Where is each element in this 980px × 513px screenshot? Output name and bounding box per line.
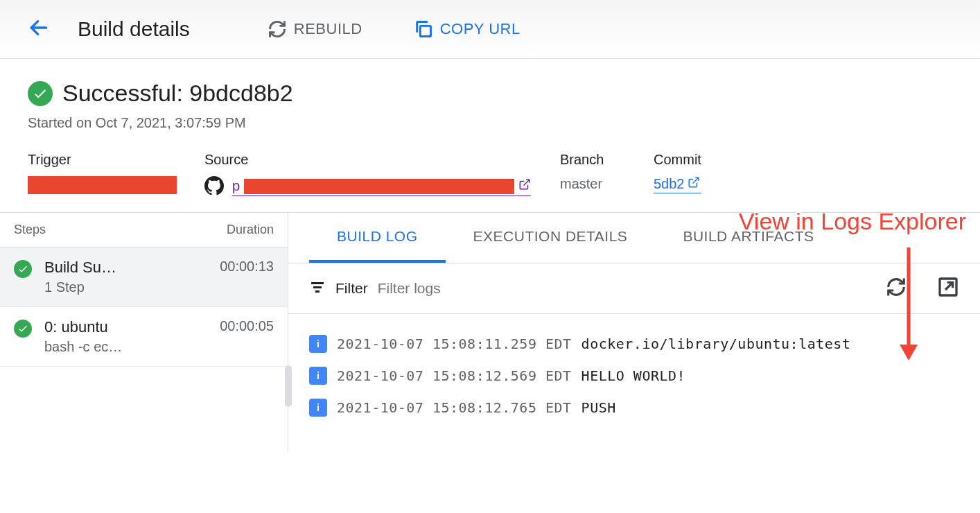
log-message: PUSH bbox=[581, 399, 616, 416]
log-entry[interactable]: i 2021-10-07 15:08:11.259 EDT docker.io/… bbox=[309, 328, 959, 360]
copy-url-label: COPY URL bbox=[440, 20, 520, 38]
success-icon bbox=[28, 81, 53, 106]
step-duration: 00:00:13 bbox=[220, 259, 274, 275]
split-drag-handle[interactable] bbox=[285, 365, 292, 407]
copy-icon bbox=[414, 19, 433, 39]
main-split: Steps Duration Build Su… 1 Step 00:00:13… bbox=[0, 212, 980, 451]
refresh-icon bbox=[268, 19, 287, 39]
status-title: Successful: 9bdcd8b2 bbox=[62, 80, 293, 107]
status-row: Successful: 9bdcd8b2 bbox=[28, 80, 952, 107]
step-row-summary[interactable]: Build Su… 1 Step 00:00:13 bbox=[0, 247, 288, 307]
filter-icon bbox=[309, 279, 326, 298]
commit-link[interactable]: 5db2 bbox=[654, 176, 701, 193]
commit-value: 5db2 bbox=[654, 176, 685, 192]
steps-panel: Steps Duration Build Su… 1 Step 00:00:13… bbox=[0, 213, 288, 451]
build-info: Successful: 9bdcd8b2 Started on Oct 7, 2… bbox=[0, 59, 980, 212]
svg-line-3 bbox=[692, 177, 698, 183]
commit-label: Commit bbox=[654, 152, 701, 168]
branch-value: master bbox=[560, 176, 654, 192]
svg-rect-1 bbox=[420, 26, 430, 36]
info-badge-icon: i bbox=[309, 335, 327, 353]
log-entry[interactable]: i 2021-10-07 15:08:12.765 EDT PUSH bbox=[309, 392, 959, 424]
rebuild-button[interactable]: REBUILD bbox=[259, 14, 371, 44]
log-tabs: BUILD LOG EXECUTION DETAILS BUILD ARTIFA… bbox=[288, 213, 980, 263]
step-subtitle: bash -c ec… bbox=[44, 339, 207, 355]
branch-label: Branch bbox=[560, 152, 654, 168]
step-subtitle: 1 Step bbox=[44, 279, 207, 295]
back-button[interactable] bbox=[28, 17, 50, 42]
info-badge-icon: i bbox=[309, 399, 327, 417]
steps-header: Steps Duration bbox=[0, 213, 288, 247]
started-text: Started on Oct 7, 2021, 3:07:59 PM bbox=[28, 115, 952, 131]
step-title: 0: ubuntu bbox=[44, 318, 207, 336]
step-duration: 00:00:05 bbox=[220, 318, 274, 334]
filter-label: Filter bbox=[335, 280, 368, 297]
success-icon bbox=[14, 260, 32, 278]
github-icon bbox=[204, 176, 224, 198]
svg-line-2 bbox=[524, 180, 530, 185]
external-link-icon bbox=[688, 176, 700, 192]
meta-branch: Branch master bbox=[560, 152, 654, 198]
tab-build-log[interactable]: BUILD LOG bbox=[309, 213, 446, 263]
meta-row: Trigger Source p bbox=[28, 152, 952, 198]
meta-source: Source p bbox=[204, 152, 560, 198]
log-message: docker.io/library/ubuntu:latest bbox=[581, 336, 851, 352]
source-row: p bbox=[204, 176, 560, 198]
step-title: Build Su… bbox=[44, 259, 207, 277]
log-timestamp: 2021-10-07 15:08:12.569 EDT bbox=[337, 367, 572, 384]
source-link-redacted bbox=[244, 179, 514, 194]
step-row-0[interactable]: 0: ubuntu bash -c ec… 00:00:05 bbox=[0, 307, 288, 367]
meta-commit: Commit 5db2 bbox=[654, 152, 701, 198]
page-title: Build details bbox=[78, 17, 190, 41]
info-badge-icon: i bbox=[309, 367, 327, 385]
svg-rect-6 bbox=[315, 290, 320, 293]
log-timestamp: 2021-10-07 15:08:12.765 EDT bbox=[337, 399, 572, 416]
trigger-value-redacted bbox=[28, 176, 177, 194]
log-message: HELLO WORLD! bbox=[581, 367, 686, 384]
log-panel: BUILD LOG EXECUTION DETAILS BUILD ARTIFA… bbox=[288, 213, 980, 451]
refresh-logs-button[interactable] bbox=[886, 277, 907, 300]
copy-url-button[interactable]: COPY URL bbox=[405, 14, 529, 44]
trigger-label: Trigger bbox=[28, 152, 204, 168]
app-header: Build details REBUILD COPY URL bbox=[0, 0, 980, 59]
svg-rect-5 bbox=[313, 286, 322, 288]
meta-trigger: Trigger bbox=[28, 152, 204, 198]
tab-build-artifacts[interactable]: BUILD ARTIFACTS bbox=[655, 213, 841, 263]
duration-header-label: Duration bbox=[227, 223, 274, 237]
source-link[interactable]: p bbox=[232, 178, 531, 196]
svg-rect-4 bbox=[311, 282, 324, 284]
steps-header-label: Steps bbox=[14, 223, 46, 237]
open-logs-explorer-button[interactable] bbox=[937, 276, 959, 301]
rebuild-label: REBUILD bbox=[294, 20, 362, 38]
tab-execution-details[interactable]: EXECUTION DETAILS bbox=[446, 213, 656, 263]
log-entries: i 2021-10-07 15:08:11.259 EDT docker.io/… bbox=[288, 314, 980, 424]
filter-input[interactable] bbox=[378, 280, 876, 297]
source-link-prefix: p bbox=[232, 178, 240, 194]
success-icon bbox=[14, 320, 32, 338]
log-timestamp: 2021-10-07 15:08:11.259 EDT bbox=[337, 336, 572, 352]
log-entry[interactable]: i 2021-10-07 15:08:12.569 EDT HELLO WORL… bbox=[309, 360, 959, 392]
filter-row: Filter bbox=[288, 263, 980, 314]
source-label: Source bbox=[204, 152, 560, 168]
external-link-icon bbox=[518, 178, 531, 194]
